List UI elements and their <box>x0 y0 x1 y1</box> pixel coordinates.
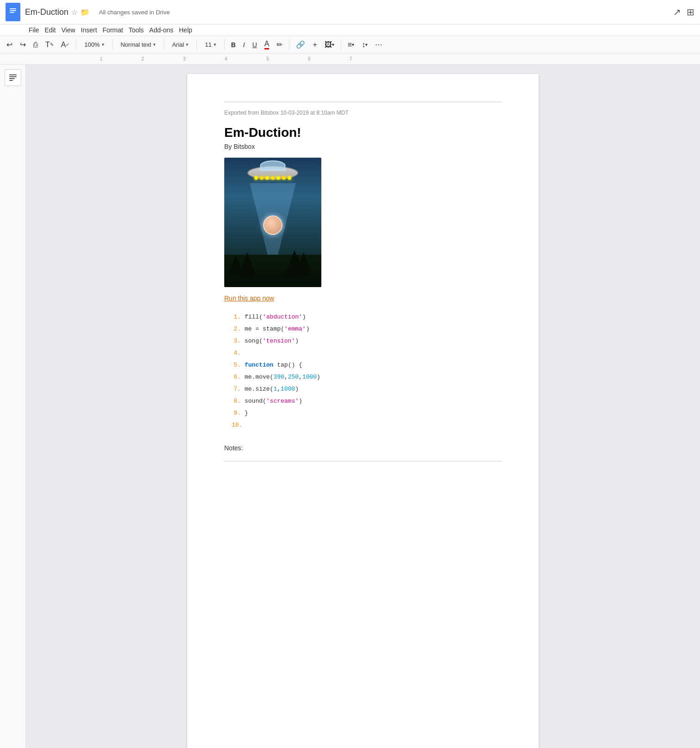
line-number: 4. <box>232 347 241 359</box>
code-plain: ) <box>306 325 310 332</box>
highlight-button[interactable]: ✏ <box>274 38 285 51</box>
menu-item-view[interactable]: View <box>59 25 78 35</box>
comments-icon[interactable]: ⊞ <box>687 6 694 18</box>
insert-comment-button[interactable]: + <box>310 39 319 51</box>
toolbar-sep-2 <box>112 39 113 50</box>
redo-button[interactable]: ↪ <box>17 38 29 51</box>
code-line: 4. <box>232 347 494 359</box>
style-arrow: ▾ <box>153 42 156 48</box>
code-plain: song( <box>245 337 263 344</box>
notes-section: Notes: <box>224 444 502 452</box>
size-value: 11 <box>205 41 211 48</box>
code-plain: fill( <box>245 313 263 320</box>
font-value: Arial <box>172 41 184 48</box>
paintformat-button[interactable]: T✎ <box>43 39 56 51</box>
code-line: 3.song('tension') <box>232 335 494 347</box>
outline-panel-button[interactable] <box>5 69 21 86</box>
code-plain: ) <box>317 374 320 380</box>
doc-title: Em-Duction <box>25 7 68 17</box>
zoom-select[interactable]: 100% ▾ <box>80 39 108 50</box>
code-string: 'screams' <box>266 398 299 405</box>
spacing-button[interactable]: ↕▾ <box>359 39 370 51</box>
print-button[interactable]: ⎙ <box>31 39 41 51</box>
more-button[interactable]: ⋯ <box>372 38 385 51</box>
main-container: Exported from Bitsbox 10-03-2019 at 8:10… <box>0 65 700 748</box>
code-plain: ) <box>299 398 302 405</box>
bottom-divider <box>224 461 502 461</box>
code-text: me.move(390,250,1000) <box>245 371 320 383</box>
code-plain: , <box>299 374 302 380</box>
code-line: 5.function tap() { <box>232 359 494 371</box>
code-block: 1.fill('abduction')2.me = stamp('emma')3… <box>224 309 502 433</box>
folder-icon[interactable]: 📁 <box>80 8 90 17</box>
code-line: 6. me.move(390,250,1000) <box>232 371 494 383</box>
italic-button[interactable]: I <box>240 39 248 50</box>
left-panel <box>0 65 26 748</box>
code-line: 9.} <box>232 407 494 419</box>
code-text: me.size(1,1000) <box>245 383 299 395</box>
code-plain: ) <box>302 313 306 320</box>
code-plain: me = stamp( <box>245 325 284 332</box>
doc-icon <box>6 3 20 21</box>
trending-icon[interactable]: ↗ <box>673 6 681 18</box>
code-text: song('tension') <box>245 335 299 347</box>
doc-page: Exported from Bitsbox 10-03-2019 at 8:10… <box>187 74 539 748</box>
code-string: 'tension' <box>263 337 295 344</box>
size-select[interactable]: 11 ▾ <box>201 39 220 50</box>
code-keyword: function <box>245 362 273 368</box>
style-select[interactable]: Normal text ▾ <box>117 39 160 50</box>
toolbar-sep-5 <box>224 39 225 50</box>
svg-rect-7 <box>9 80 13 81</box>
svg-rect-4 <box>9 74 17 75</box>
code-number: 250 <box>288 374 299 380</box>
doc-area[interactable]: Exported from Bitsbox 10-03-2019 at 8:10… <box>26 65 700 748</box>
svg-rect-3 <box>10 12 14 13</box>
run-app-link[interactable]: Run this app now <box>224 294 502 302</box>
bold-button[interactable]: B <box>228 39 239 50</box>
menu-item-format[interactable]: Format <box>100 25 126 35</box>
code-text: sound('screams') <box>245 395 302 407</box>
spellcheck-button[interactable]: A✓ <box>58 39 73 51</box>
menu-item-file[interactable]: File <box>26 25 42 35</box>
code-number: 1000 <box>302 374 317 380</box>
toolbar-sep-1 <box>76 39 76 50</box>
menu-item-add-ons[interactable]: Add-ons <box>147 25 176 35</box>
code-text: } <box>245 407 248 419</box>
code-text: function tap() { <box>245 359 302 371</box>
insert-image-button[interactable]: 🖼▾ <box>322 39 337 51</box>
doc-subtitle: By Bitsbox <box>224 143 502 150</box>
align-button[interactable]: ≡▾ <box>345 39 357 51</box>
line-number: 7. <box>232 383 241 395</box>
underline-button[interactable]: U <box>250 39 260 50</box>
line-number: 2. <box>232 323 241 335</box>
line-number: 6. <box>232 371 241 383</box>
link-button[interactable]: 🔗 <box>293 38 308 51</box>
doc-title-main: Em-Duction! <box>224 125 502 140</box>
doc-info: Em-Duction ☆ 📁 <box>25 7 90 17</box>
toolbar: ↩ ↪ ⎙ T✎ A✓ 100% ▾ Normal text ▾ Arial ▾… <box>0 36 700 54</box>
line-number: 10. <box>232 419 242 431</box>
code-line: 1.fill('abduction') <box>232 311 494 323</box>
svg-rect-2 <box>10 10 16 11</box>
code-number: 1000 <box>281 386 295 392</box>
doc-image <box>224 158 321 287</box>
code-line: 8. sound('screams') <box>232 395 494 407</box>
font-select[interactable]: Arial ▾ <box>168 39 193 50</box>
line-number: 3. <box>232 335 241 347</box>
menu-item-help[interactable]: Help <box>176 25 195 35</box>
ruler: 1 2 3 4 5 6 7 <box>0 54 700 65</box>
code-plain: } <box>245 410 248 417</box>
undo-button[interactable]: ↩ <box>4 38 15 51</box>
style-value: Normal text <box>121 41 151 48</box>
menu-item-tools[interactable]: Tools <box>126 25 147 35</box>
line-number: 5. <box>232 359 241 371</box>
menu-item-edit[interactable]: Edit <box>42 25 59 35</box>
top-divider <box>224 102 502 102</box>
code-string: 'abduction' <box>263 313 302 320</box>
menu-item-insert[interactable]: Insert <box>78 25 100 35</box>
text-color-button[interactable]: A <box>262 38 272 51</box>
size-arrow: ▾ <box>214 42 216 48</box>
svg-rect-6 <box>9 78 15 79</box>
code-text: me = stamp('emma') <box>245 323 309 335</box>
star-icon[interactable]: ☆ <box>71 8 78 17</box>
